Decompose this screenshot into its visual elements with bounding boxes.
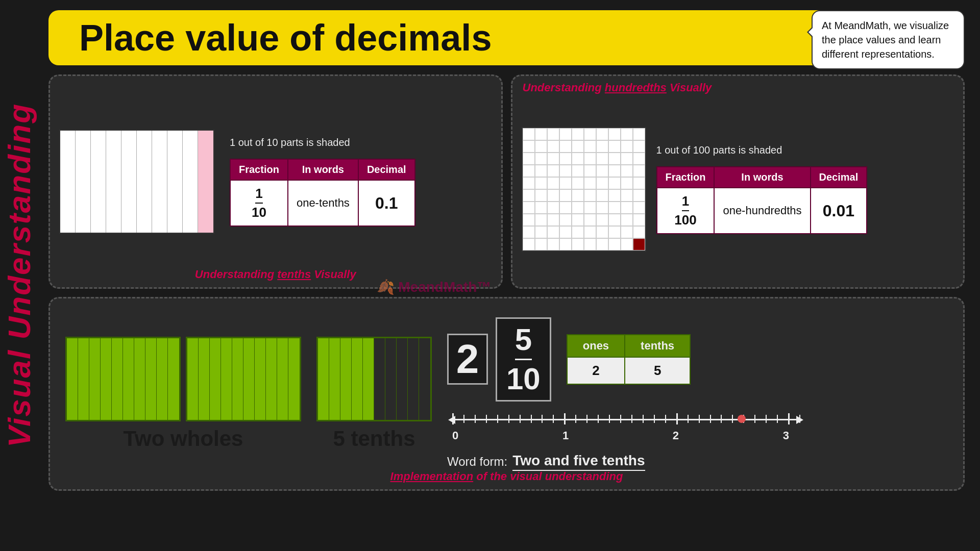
tenths-table-area: 1 out of 10 parts is shaded Fraction In … [230,137,415,227]
hundredths-grid-wrapper [522,127,646,252]
hundredths-cell [547,140,559,153]
hundredths-cell [621,238,633,251]
hundredths-cell [596,165,608,177]
hundredths-cell [621,214,633,226]
hundredths-cell [596,153,608,165]
speech-bubble-text: At MeandMath, we visualize the place val… [822,20,949,60]
hundredths-cell [633,214,645,226]
hundredths-cell [608,202,621,214]
hundredths-numerator: 1 [682,193,689,211]
tenths-words-cell: one-tenths [288,180,358,226]
hundredths-cell [584,153,596,165]
hundredths-cell [596,226,608,238]
hundredths-cell [633,202,645,214]
hundredths-fraction: 1 100 [674,193,696,228]
hundredths-cell [633,189,645,202]
whole-block-2 [186,337,301,421]
hundredths-cell [547,153,559,165]
tenths-highlight: tenths [277,268,311,281]
hundredths-cell [535,202,547,214]
hundredths-cell [621,226,633,238]
nl-label-2: 2 [673,429,679,442]
tenths-header-words: In words [288,159,358,180]
nl-tick [542,415,543,423]
hundredths-cell [596,214,608,226]
tenths-col-9 [183,131,198,233]
tenths-block-col-empty [408,338,419,420]
nl-tick [699,415,700,423]
hundredths-cell [572,238,584,251]
whole-block-1 [65,337,181,421]
tenths-header-decimal: Decimal [358,159,415,180]
nl-tick [721,415,722,423]
speech-bubble: At MeandMath, we visualize the place val… [812,10,965,69]
hundredths-cell [523,177,535,189]
nl-label-1: 1 [562,429,569,442]
tenths-col-6 [137,131,152,233]
bottom-panel: Two wholes 5 tenths 2 [48,297,965,491]
hundredths-header-decimal: Decimal [811,167,867,188]
tenths-col-10-shaded [198,131,213,233]
hundredths-cell [572,226,584,238]
five-tenths-section: 5 tenths [316,337,432,451]
tenths-numerator: 1 [255,186,262,204]
nl-tick [732,415,733,423]
nl-tick [788,413,790,424]
top-panels-row: 1 out of 10 parts is shaded Fraction In … [48,74,965,289]
nl-tick [452,413,454,424]
nl-tick [598,415,599,423]
whole-col [134,338,145,420]
hundredths-cell [559,153,572,165]
tenths-block-col [318,338,329,420]
tenths-table: Fraction In words Decimal 1 10 [230,159,415,227]
hundredths-cell [535,214,547,226]
whole-col [232,338,243,420]
bottom-label-rest: of the visual understanding [473,470,623,483]
hundredths-denominator: 100 [674,211,696,228]
hundredths-cell [559,202,572,214]
hundredths-cell [621,140,633,153]
hundredths-cell [621,153,633,165]
hundredths-cell [572,202,584,214]
place-value-table: ones tenths 2 5 [567,334,691,385]
tenths-col-2 [76,131,91,233]
hundredths-cell [559,165,572,177]
hundredths-cell [572,128,584,140]
whole-col [277,338,288,420]
five-tenths-label: 5 tenths [333,427,415,451]
tenths-block-col-empty [419,338,430,420]
top-right-panel: Understanding hundredths Visually 1 out … [511,74,965,289]
side-label-text: Visual Understanding [1,103,37,447]
whole-col [199,338,210,420]
nl-tick [463,415,464,423]
nl-label-0: 0 [452,429,458,442]
tenths-block-col [340,338,352,420]
hundredths-grid [522,127,646,252]
hundredths-cell [633,226,645,238]
word-form-row: Word form: Two and five tenths [447,453,948,471]
tenths-fraction-cell: 1 10 [230,180,288,226]
hundredths-cell [572,140,584,153]
nl-tick [766,415,767,423]
hundredths-cell [608,238,621,251]
side-label: Visual Understanding [0,0,38,551]
nl-tick [643,415,644,423]
hundredths-cell [547,238,559,251]
whole-col [266,338,277,420]
whole-col [210,338,221,420]
hundredths-cell [535,153,547,165]
hundredths-cell [584,128,596,140]
whole-col [168,338,179,420]
tenths-block-col-empty [385,338,397,420]
hundredths-cell [523,214,535,226]
hundredths-cell [535,177,547,189]
nl-tick [631,415,632,423]
nl-labels: 0 1 2 3 [447,429,794,442]
hundredths-cell [584,202,596,214]
tenths-col-1 [60,131,76,233]
number-line [452,412,799,427]
two-whole-blocks [65,337,301,421]
nl-tick [676,413,678,424]
tenths-col-7 [152,131,167,233]
hundredths-highlight-label: hundredths [605,81,667,94]
